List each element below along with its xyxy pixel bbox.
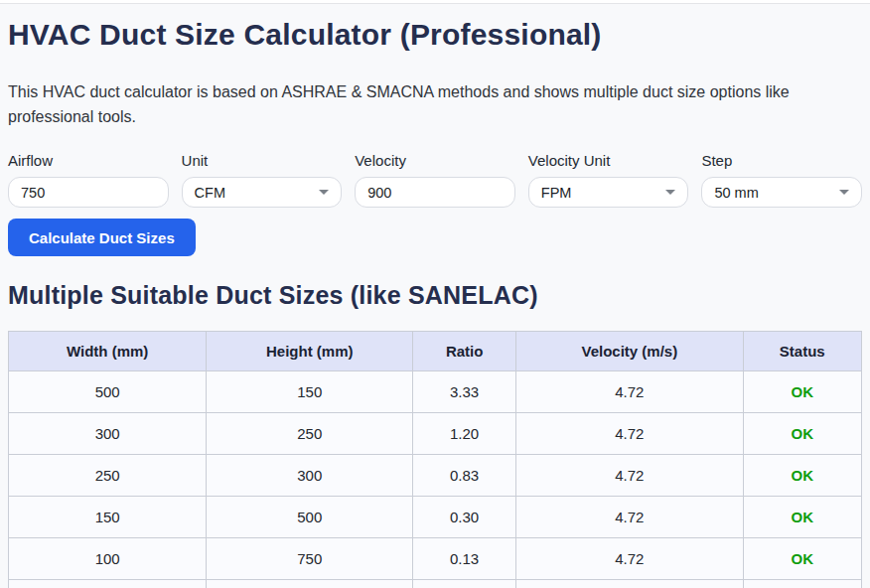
velocity-field-group: Velocity [355, 152, 515, 208]
calculate-duct-sizes-button[interactable]: Calculate Duct Sizes [8, 219, 196, 256]
duct-sizes-table: Width (mm)Height (mm)RatioVelocity (m/s)… [8, 331, 862, 588]
duct-table-body: 5001503.334.72OK3002501.204.72OK2503000.… [9, 371, 862, 588]
duct-table-head: Width (mm)Height (mm)RatioVelocity (m/s)… [9, 332, 862, 371]
airflow-label: Airflow [8, 152, 169, 169]
results-heading: Multiple Suitable Duct Sizes (like SANEL… [8, 281, 862, 310]
table-cell: 4.72 [516, 413, 743, 455]
table-cell: 100 [9, 538, 207, 580]
calculator-form: Airflow Unit CFM Velocity Velocity Unit … [8, 152, 862, 208]
table-cell: 3.33 [413, 371, 516, 413]
table-cell: 4.72 [516, 538, 743, 580]
unit-select[interactable]: CFM [182, 177, 343, 208]
table-cell: 0.13 [413, 538, 516, 580]
table-cell: 150 [207, 371, 413, 413]
table-column-header: Ratio [413, 332, 516, 371]
table-cell: 500 [9, 371, 207, 413]
table-cell [516, 580, 743, 588]
table-cell [207, 580, 413, 588]
table-cell: 4.72 [516, 497, 743, 538]
table-column-header: Height (mm) [207, 332, 413, 371]
table-column-header: Width (mm) [9, 332, 207, 371]
table-cell: 0.83 [413, 455, 516, 497]
page-description: This HVAC duct calculator is based on AS… [8, 79, 822, 129]
unit-select-value: CFM [195, 185, 225, 201]
unit-field-group: Unit CFM [182, 152, 343, 208]
velocity-unit-select-value: FPM [541, 185, 572, 201]
table-cell: 4.72 [516, 371, 743, 413]
table-cell: 150 [9, 497, 207, 538]
table-cell: 750 [207, 538, 413, 580]
chevron-down-icon [319, 190, 329, 195]
table-row: 3002501.204.72OK [9, 413, 862, 455]
table-row: 1007500.134.72OK [9, 538, 862, 580]
chevron-down-icon [839, 190, 849, 195]
table-cell: 250 [9, 455, 207, 497]
table-cell: 500 [207, 497, 413, 538]
status-cell [743, 580, 861, 588]
velocity-unit-select[interactable]: FPM [528, 177, 689, 208]
table-row: 2503000.834.72OK [9, 455, 862, 497]
velocity-label: Velocity [355, 152, 515, 169]
velocity-unit-field-group: Velocity Unit FPM [528, 152, 689, 208]
table-row: 5001503.334.72OK [9, 371, 862, 413]
velocity-input[interactable] [355, 177, 515, 208]
table-column-header: Status [743, 332, 861, 371]
airflow-input[interactable] [8, 177, 169, 208]
step-select-value: 50 mm [714, 185, 758, 201]
page-title: HVAC Duct Size Calculator (Professional) [8, 18, 862, 52]
status-cell: OK [743, 455, 861, 497]
button-row: Calculate Duct Sizes [8, 219, 862, 256]
table-cell: 0.30 [413, 497, 516, 538]
table-cell: 1.20 [413, 413, 516, 455]
status-cell: OK [743, 371, 861, 413]
airflow-field-group: Airflow [8, 152, 169, 208]
table-cell: 4.72 [516, 455, 743, 497]
status-cell: OK [743, 538, 861, 580]
table-column-header: Velocity (m/s) [516, 332, 743, 371]
table-cell: 250 [207, 413, 413, 455]
table-cell: 300 [207, 455, 413, 497]
unit-label: Unit [182, 152, 343, 169]
results-table-wrap: Width (mm)Height (mm)RatioVelocity (m/s)… [8, 331, 862, 588]
top-divider [0, 0, 870, 4]
table-cell: 300 [9, 413, 207, 455]
chevron-down-icon [665, 190, 675, 195]
step-select[interactable]: 50 mm [701, 177, 862, 208]
step-label: Step [701, 152, 862, 169]
step-field-group: Step 50 mm [701, 152, 862, 208]
table-header-row: Width (mm)Height (mm)RatioVelocity (m/s)… [9, 332, 862, 371]
table-cell [9, 580, 207, 588]
table-row [9, 580, 862, 588]
table-cell [413, 580, 516, 588]
main-content: HVAC Duct Size Calculator (Professional)… [0, 18, 870, 588]
velocity-unit-label: Velocity Unit [528, 152, 689, 169]
status-cell: OK [743, 497, 861, 538]
table-row: 1505000.304.72OK [9, 497, 862, 538]
status-cell: OK [743, 413, 861, 455]
